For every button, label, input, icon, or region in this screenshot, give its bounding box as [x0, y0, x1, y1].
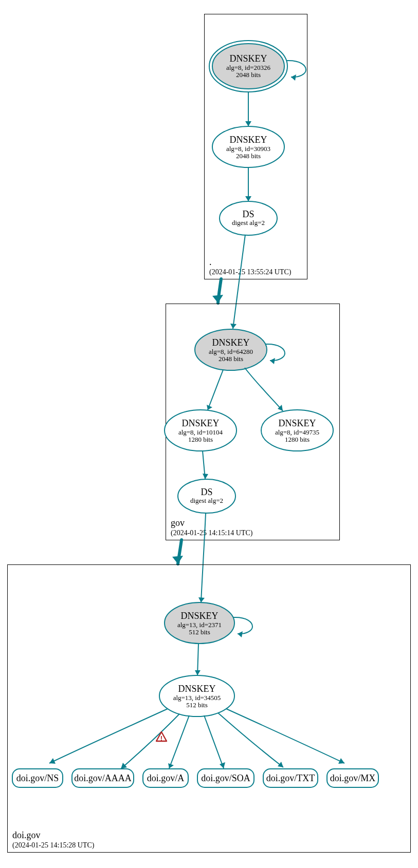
edge-gov-ksk-zska [208, 370, 223, 410]
record-a-label: doi.gov/A [147, 773, 185, 783]
arrow-root-zsk-ds [245, 196, 251, 201]
svg-text:DNSKEY: DNSKEY [229, 53, 267, 64]
svg-text:alg=13, id=2371: alg=13, id=2371 [177, 621, 222, 629]
edge-zsk-aaaa [121, 714, 179, 769]
arrow-zsk-soa [220, 762, 225, 768]
svg-text:DNSKEY: DNSKEY [180, 611, 218, 621]
arrow-root-to-gov-box [212, 295, 223, 303]
edge-root-ds-gov-ksk [233, 235, 245, 329]
svg-text:512 bits: 512 bits [189, 628, 210, 636]
svg-text:DNSKEY: DNSKEY [229, 135, 267, 145]
arrow-doi-ksk-self [238, 631, 243, 637]
svg-text:2048 bits: 2048 bits [236, 71, 261, 79]
node-root-ksk: DNSKEY alg=8, id=20326 2048 bits [209, 41, 287, 92]
record-soa-label: doi.gov/SOA [201, 773, 250, 783]
edge-zsk-soa [204, 715, 224, 768]
arrow-doi-ksk-zsk [195, 670, 201, 675]
edge-zsk-ns [49, 709, 168, 763]
warning-icon: ! [156, 732, 167, 742]
edge-zsk-a [169, 715, 189, 768]
node-root-ds: DS digest alg=2 [220, 201, 277, 235]
arrow-gov-ds-doi-ksk [198, 597, 205, 602]
svg-text:alg=8, id=30903: alg=8, id=30903 [226, 145, 270, 153]
svg-text:alg=8, id=10104: alg=8, id=10104 [178, 428, 223, 436]
arrow-root-ksk-zsk [245, 121, 251, 126]
dnssec-graph: . (2024-01-25 13:55:24 UTC) DNSKEY alg=8… [0, 0, 418, 868]
svg-text:1280 bits: 1280 bits [188, 436, 213, 443]
svg-text:!: ! [160, 734, 162, 742]
node-doi-ksk: DNSKEY alg=13, id=2371 512 bits [165, 602, 234, 644]
arrow-gov-to-doi-box [172, 556, 183, 564]
zone-doigov-label: doi.gov [12, 830, 41, 840]
svg-text:2048 bits: 2048 bits [236, 152, 261, 160]
zone-root-timestamp: (2024-01-25 13:55:24 UTC) [209, 268, 292, 276]
arrow-root-ksk-self [291, 74, 296, 81]
edge-root-ksk-self [287, 61, 306, 77]
svg-text:alg=8, id=64280: alg=8, id=64280 [209, 348, 253, 355]
svg-text:DNSKEY: DNSKEY [278, 418, 316, 428]
node-doi-zsk: DNSKEY alg=13, id=34505 512 bits [159, 675, 234, 716]
zone-root-label: . [209, 257, 212, 267]
record-mx-label: doi.gov/MX [330, 773, 376, 783]
zone-gov-timestamp: (2024-01-25 14:15:14 UTC) [171, 529, 253, 537]
edge-doi-ksk-self [233, 617, 252, 634]
svg-text:DNSKEY: DNSKEY [212, 337, 249, 348]
arrow-gov-zska-ds [203, 474, 208, 479]
svg-text:512 bits: 512 bits [186, 701, 208, 709]
svg-text:DS: DS [201, 487, 212, 497]
node-gov-ds: DS digest alg=2 [178, 479, 235, 513]
zone-doigov-timestamp: (2024-01-25 14:15:28 UTC) [12, 841, 95, 850]
arrow-root-ds-gov-ksk [230, 324, 237, 329]
record-ns-label: doi.gov/NS [16, 773, 59, 783]
svg-text:digest alg=2: digest alg=2 [190, 497, 223, 504]
record-txt-label: doi.gov/TXT [266, 773, 315, 783]
svg-text:2048 bits: 2048 bits [219, 355, 243, 363]
record-aaaa-label: doi.gov/AAAA [74, 773, 132, 783]
zone-gov-label: gov [171, 518, 185, 528]
arrow-zsk-txt [278, 762, 283, 767]
node-root-zsk: DNSKEY alg=8, id=30903 2048 bits [212, 126, 284, 167]
svg-text:DS: DS [242, 209, 254, 219]
svg-text:alg=8, id=20326: alg=8, id=20326 [226, 64, 271, 71]
svg-text:alg=13, id=34505: alg=13, id=34505 [173, 694, 221, 702]
node-gov-ksk: DNSKEY alg=8, id=64280 2048 bits [195, 329, 267, 370]
node-gov-zsk-a: DNSKEY alg=8, id=10104 1280 bits [165, 410, 237, 451]
svg-text:DNSKEY: DNSKEY [178, 684, 215, 694]
edge-gov-ksk-zskb [245, 368, 283, 411]
edge-gov-ksk-self [266, 344, 285, 361]
node-gov-zsk-b: DNSKEY alg=8, id=49735 1280 bits [261, 410, 333, 451]
edge-zsk-txt [218, 713, 283, 767]
arrow-gov-ksk-self [270, 358, 275, 364]
edge-gov-ds-doi-ksk [201, 513, 206, 602]
svg-text:alg=8, id=49735: alg=8, id=49735 [275, 428, 319, 436]
svg-text:1280 bits: 1280 bits [285, 436, 310, 443]
svg-text:digest alg=2: digest alg=2 [232, 219, 265, 227]
svg-text:DNSKEY: DNSKEY [181, 418, 219, 428]
